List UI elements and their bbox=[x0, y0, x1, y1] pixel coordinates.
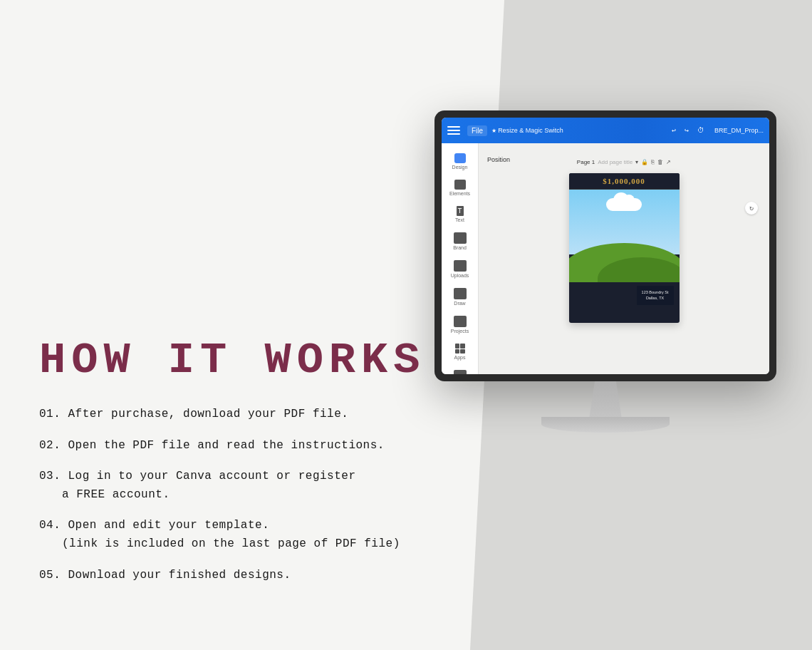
sidebar-text[interactable]: T Text bbox=[444, 202, 476, 227]
step-5: 05. Download your finished designs. bbox=[39, 567, 481, 585]
sidebar-projects[interactable]: Projects bbox=[444, 311, 476, 338]
page-dropdown-icon[interactable]: ▾ bbox=[635, 159, 638, 165]
page-delete-icon[interactable]: 🗑 bbox=[657, 159, 663, 165]
template-price: $1,000,000 bbox=[569, 173, 680, 190]
text-section: HOW IT WORKS 01. After purchase, downloa… bbox=[39, 335, 481, 597]
step-4-line2: (link is included on the last page of PD… bbox=[62, 535, 400, 554]
step-3: 03. Log in to your Canva account or regi… bbox=[39, 468, 481, 504]
step-5-number: 05. bbox=[39, 569, 61, 582]
uploads-icon bbox=[454, 260, 467, 272]
step-3-line2: a FREE account. bbox=[62, 486, 170, 505]
save-icon[interactable]: ⏱ bbox=[694, 125, 707, 136]
template-cloud bbox=[606, 198, 642, 211]
step-4-number: 04. bbox=[39, 519, 61, 532]
canva-main: Design Elements T Text Brand bbox=[442, 143, 769, 374]
monitor-stand-base bbox=[541, 417, 670, 433]
filename-label: BRE_DM_Prop... bbox=[714, 127, 764, 134]
projects-icon bbox=[454, 316, 467, 327]
design-icon bbox=[454, 153, 466, 163]
page-copy-icon[interactable]: ⎘ bbox=[651, 159, 655, 165]
elements-label: Elements bbox=[449, 191, 470, 196]
draw-icon bbox=[454, 288, 467, 299]
page-container: File Resize & Magic Switch ↩ ↪ ⏱ BRE_DM_… bbox=[0, 0, 812, 650]
projects-label: Projects bbox=[451, 329, 469, 334]
step-2-number: 02. bbox=[39, 439, 61, 452]
template-address: 123 Boundry St Dallas, TX bbox=[637, 286, 674, 305]
add-page-title-placeholder[interactable]: Add page title bbox=[598, 159, 633, 165]
page-export-icon[interactable]: ↗ bbox=[666, 159, 671, 165]
step-1: 01. After purchase, download your PDF fi… bbox=[39, 406, 481, 424]
monitor-body: File Resize & Magic Switch ↩ ↪ ⏱ BRE_DM_… bbox=[434, 110, 776, 381]
brand-icon bbox=[454, 232, 467, 244]
draw-label: Draw bbox=[454, 301, 465, 306]
template-card: $1,000,000 123 Boundry St bbox=[569, 173, 680, 323]
step-3-number: 03. bbox=[39, 470, 61, 483]
step-3-line1: Log in to your Canva account or register bbox=[68, 470, 355, 483]
step-2-text: Open the PDF file and read the instructi… bbox=[68, 439, 384, 452]
position-label: Position bbox=[487, 156, 510, 163]
canvas-area: Page 1 Add page title ▾ 🔒 ⎘ 🗑 ↗ $1,000,0 bbox=[487, 173, 761, 323]
redo-icon[interactable]: ↪ bbox=[682, 125, 692, 136]
sidebar-uploads[interactable]: Uploads bbox=[444, 256, 476, 282]
text-icon: T bbox=[457, 206, 464, 216]
canva-topbar: File Resize & Magic Switch ↩ ↪ ⏱ BRE_DM_… bbox=[442, 118, 769, 143]
magic-switch-button[interactable]: Resize & Magic Switch bbox=[491, 127, 563, 134]
step-2: 02. Open the PDF file and read the instr… bbox=[39, 437, 481, 455]
step-5-text: Download your finished designs. bbox=[68, 569, 291, 582]
page-lock-icon[interactable]: 🔒 bbox=[641, 159, 648, 165]
step-4-line1: Open and edit your template. bbox=[68, 519, 269, 532]
file-button[interactable]: File bbox=[467, 125, 487, 136]
canvas-refresh-icon[interactable]: ↻ bbox=[745, 202, 758, 215]
sidebar-brand[interactable]: Brand bbox=[444, 228, 476, 254]
template-image-area bbox=[569, 190, 680, 282]
monitor-screen: File Resize & Magic Switch ↩ ↪ ⏱ BRE_DM_… bbox=[442, 118, 769, 374]
text-label: Text bbox=[455, 217, 464, 222]
design-label: Design bbox=[452, 165, 468, 170]
sidebar-design[interactable]: Design bbox=[444, 149, 476, 174]
page-indicator-bar: Page 1 Add page title ▾ 🔒 ⎘ 🗑 ↗ bbox=[577, 159, 671, 165]
sidebar-draw[interactable]: Draw bbox=[444, 284, 476, 310]
undo-icon[interactable]: ↩ bbox=[669, 125, 679, 136]
uploads-label: Uploads bbox=[451, 273, 469, 278]
step-1-number: 01. bbox=[39, 408, 61, 421]
canva-editor: Position Page 1 Add page title ▾ 🔒 ⎘ 🗑 bbox=[479, 143, 769, 374]
brand-label: Brand bbox=[453, 245, 467, 250]
template-footer: 123 Boundry St Dallas, TX bbox=[569, 282, 680, 309]
address-line1: 123 Boundry St bbox=[642, 289, 669, 295]
steps-list: 01. After purchase, download your PDF fi… bbox=[39, 406, 481, 584]
toolbar-icons: ↩ ↪ ⏱ bbox=[669, 125, 707, 136]
page-number: Page 1 bbox=[577, 159, 595, 165]
page-title: HOW IT WORKS bbox=[39, 335, 481, 386]
sidebar-elements[interactable]: Elements bbox=[444, 175, 476, 200]
address-line2: Dallas, TX bbox=[642, 295, 669, 301]
step-1-text: After purchase, download your PDF file. bbox=[68, 408, 348, 421]
step-4: 04. Open and edit your template. (link i… bbox=[39, 517, 481, 553]
menu-icon[interactable] bbox=[447, 126, 460, 135]
elements-icon bbox=[454, 180, 466, 190]
